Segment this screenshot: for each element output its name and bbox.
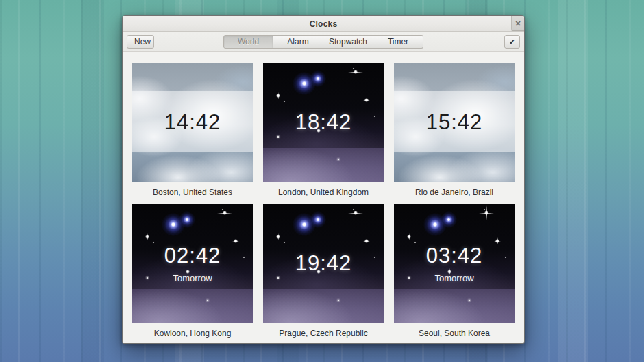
clock-tile[interactable]: 15:42 Rio de Janeiro, Brazil bbox=[394, 63, 515, 204]
star-icon bbox=[277, 136, 279, 138]
star-icon bbox=[222, 209, 223, 210]
tab-stopwatch[interactable]: Stopwatch bbox=[323, 35, 373, 49]
star-icon bbox=[144, 233, 151, 240]
desktop-background: Clocks ✕ New WorldAlarmStopwatchTimer ✔ bbox=[0, 0, 644, 362]
clock-face: 14:42 bbox=[132, 63, 253, 182]
world-clocks-grid: 14:42 Boston, United States 18:42 bbox=[123, 52, 524, 344]
blue-star-icon bbox=[179, 211, 195, 228]
star-icon bbox=[243, 257, 245, 258]
star-icon bbox=[494, 237, 501, 244]
clock-tile[interactable]: 03:42 Tomorrow Seoul, South Korea bbox=[394, 204, 515, 344]
star-icon bbox=[284, 242, 285, 243]
clock-city-label: Seoul, South Korea bbox=[394, 323, 515, 344]
star-icon bbox=[408, 277, 410, 279]
star-icon bbox=[153, 242, 154, 243]
star-icon bbox=[353, 209, 354, 210]
clock-face: 15:42 bbox=[394, 63, 515, 182]
blue-star-icon bbox=[310, 211, 326, 228]
star-icon bbox=[277, 277, 279, 279]
star-icon bbox=[363, 237, 370, 244]
star-icon bbox=[363, 96, 370, 103]
clock-face: 18:42 bbox=[263, 63, 384, 182]
bright-star-icon bbox=[479, 205, 494, 220]
star-icon bbox=[469, 300, 470, 301]
star-icon bbox=[406, 233, 412, 240]
star-icon bbox=[353, 68, 354, 69]
star-icon bbox=[414, 242, 416, 243]
star-icon bbox=[505, 257, 506, 258]
clock-time: 18:42 bbox=[295, 110, 352, 135]
star-icon bbox=[275, 233, 282, 240]
star-icon bbox=[338, 159, 339, 160]
clock-tile[interactable]: 02:42 Tomorrow Kowloon, Hong Kong bbox=[132, 204, 253, 344]
clock-time: 03:42 bbox=[426, 244, 483, 268]
clock-time: 19:42 bbox=[295, 251, 352, 276]
clock-tile[interactable]: 19:42 Prague, Czech Republic bbox=[263, 204, 384, 344]
check-icon: ✔ bbox=[509, 38, 515, 46]
star-icon bbox=[284, 101, 285, 102]
view-switcher: WorldAlarmStopwatchTimer bbox=[223, 35, 423, 49]
titlebar[interactable]: Clocks ✕ bbox=[123, 16, 524, 32]
clock-day-offset-label: Tomorrow bbox=[434, 273, 473, 283]
bright-star-icon bbox=[217, 205, 232, 220]
clock-city-label: London, United Kingdom bbox=[263, 182, 384, 204]
window-title: Clocks bbox=[310, 19, 338, 29]
star-icon bbox=[374, 116, 375, 117]
blue-star-icon bbox=[441, 211, 457, 228]
clock-face: 02:42 Tomorrow bbox=[132, 204, 253, 323]
bright-star-icon bbox=[348, 205, 363, 220]
clock-time: 15:42 bbox=[426, 110, 483, 135]
tab-world[interactable]: World bbox=[223, 35, 273, 49]
clock-tile[interactable]: 18:42 London, United Kingdom bbox=[263, 63, 384, 204]
clock-face: 03:42 Tomorrow bbox=[394, 204, 515, 323]
star-icon bbox=[374, 257, 375, 258]
star-icon bbox=[147, 277, 148, 279]
close-button[interactable]: ✕ bbox=[511, 16, 524, 31]
star-icon bbox=[484, 209, 485, 210]
clock-tile[interactable]: 14:42 Boston, United States bbox=[132, 63, 253, 204]
clock-city-label: Boston, United States bbox=[132, 182, 253, 204]
close-icon: ✕ bbox=[515, 19, 521, 27]
star-icon bbox=[275, 92, 282, 99]
star-icon bbox=[338, 300, 339, 301]
star-icon bbox=[232, 237, 239, 244]
tab-timer[interactable]: Timer bbox=[373, 35, 423, 49]
tab-alarm[interactable]: Alarm bbox=[273, 35, 323, 49]
clocks-window: Clocks ✕ New WorldAlarmStopwatchTimer ✔ bbox=[122, 15, 525, 344]
clock-day-offset-label: Tomorrow bbox=[173, 273, 212, 283]
bright-star-icon bbox=[348, 64, 363, 79]
clock-face: 19:42 bbox=[263, 204, 384, 323]
clock-time: 14:42 bbox=[164, 110, 221, 135]
select-mode-button[interactable]: ✔ bbox=[504, 35, 520, 49]
clock-time: 02:42 bbox=[164, 244, 221, 268]
blue-star-icon bbox=[310, 70, 326, 87]
clock-city-label: Rio de Janeiro, Brazil bbox=[394, 182, 515, 204]
clock-city-label: Kowloon, Hong Kong bbox=[132, 323, 253, 344]
toolbar: New WorldAlarmStopwatchTimer ✔ bbox=[123, 32, 524, 52]
star-icon bbox=[207, 300, 208, 301]
clock-city-label: Prague, Czech Republic bbox=[263, 323, 384, 344]
new-button[interactable]: New bbox=[127, 35, 154, 49]
